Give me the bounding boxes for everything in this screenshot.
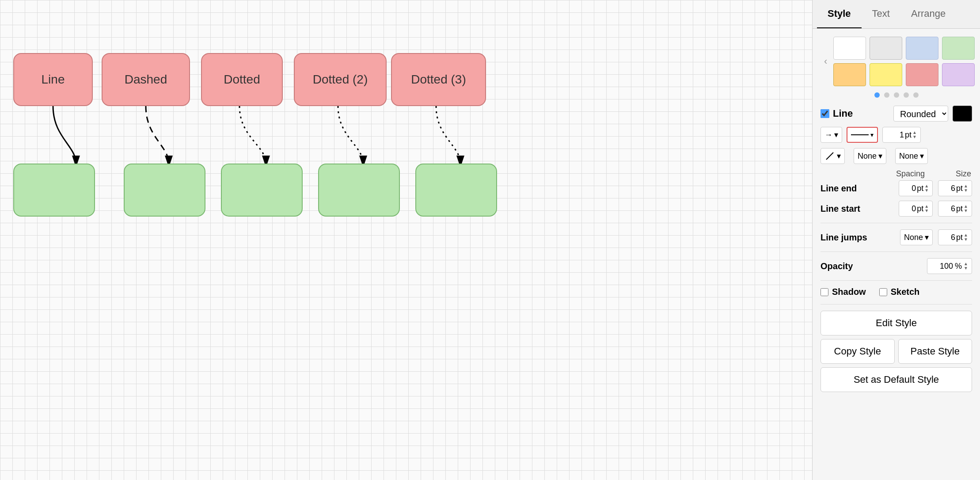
waypoint-none-label-1: None [858, 152, 877, 161]
swatch-grid [833, 37, 975, 86]
waypoint-angle-select[interactable]: ▾ [820, 148, 845, 164]
line-start-spacing-spinner[interactable]: ▲ ▼ [924, 204, 929, 213]
opacity-unit: % [955, 262, 962, 271]
line-dash-select[interactable]: ▾ [847, 127, 878, 143]
line-end-spacing-spinner[interactable]: ▲ ▼ [924, 184, 929, 193]
swatch-dot-4[interactable] [913, 92, 919, 98]
swatch-prev-button[interactable]: ‹ [820, 54, 831, 69]
line-jumps-size-input[interactable]: pt ▲ ▼ [938, 229, 972, 245]
tab-arrange[interactable]: Arrange [900, 0, 956, 28]
waypoint-angle-chevron: ▾ [837, 151, 841, 161]
node-dotted3-top-label: Dotted (3) [411, 72, 466, 87]
opacity-input[interactable]: % ▲ ▼ [927, 258, 972, 274]
line-start-spacing-input[interactable]: pt ▲ ▼ [899, 201, 933, 217]
line-start-size-value[interactable] [942, 204, 955, 213]
waypoint-row: ▾ None ▾ None ▾ [820, 148, 972, 164]
line-start-size-down[interactable]: ▼ [964, 209, 968, 213]
swatch-5[interactable] [870, 63, 902, 86]
line-width-value[interactable] [886, 130, 904, 140]
node-dotted-bot[interactable] [221, 164, 303, 217]
node-dotted2-top[interactable]: Dotted (2) [294, 53, 387, 106]
opacity-row: Opacity % ▲ ▼ [820, 258, 972, 274]
line-checkbox[interactable] [820, 109, 829, 118]
line-checkbox-label[interactable]: Line [820, 108, 853, 119]
line-end-spacing-input[interactable]: pt ▲ ▼ [899, 180, 933, 196]
line-start-size-input[interactable]: pt ▲ ▼ [938, 201, 972, 217]
line-jumps-size-value[interactable] [942, 233, 955, 242]
sub-labels: Spacing Size [820, 169, 972, 179]
node-dotted2-bot[interactable] [318, 164, 400, 217]
line-end-size-value[interactable] [942, 184, 955, 193]
line-width-unit: pt [905, 130, 912, 140]
opacity-down[interactable]: ▼ [964, 266, 968, 270]
set-default-button[interactable]: Set as Default Style [820, 367, 972, 392]
swatch-dot-3[interactable] [904, 92, 909, 98]
swatch-3[interactable] [942, 37, 975, 60]
sketch-checkbox[interactable] [879, 288, 887, 296]
line-start-spacing-value[interactable] [903, 204, 916, 213]
line-width-spinner[interactable]: ▲ ▼ [912, 130, 917, 139]
line-end-size-unit: pt [956, 184, 963, 193]
canvas[interactable]: Line Dashed Dotted Dotted (2) Dotted (3) [0, 0, 812, 480]
swatch-dot-2[interactable] [894, 92, 899, 98]
line-style-select[interactable]: Rounded [893, 106, 948, 122]
swatch-1[interactable] [870, 37, 902, 60]
waypoint-none-select-1[interactable]: None ▾ [854, 148, 886, 164]
node-dotted-top[interactable]: Dotted [201, 53, 283, 106]
node-dotted3-top[interactable]: Dotted (3) [391, 53, 486, 106]
line-label: Line [833, 108, 853, 119]
opacity-label: Opacity [820, 261, 869, 271]
line-end-size-input[interactable]: pt ▲ ▼ [938, 180, 972, 196]
paste-style-button[interactable]: Paste Style [898, 339, 972, 364]
copy-paste-row: Copy Style Paste Style [820, 339, 972, 364]
panel-tabs: Style Text Arrange [813, 0, 980, 29]
line-jumps-size-down[interactable]: ▼ [964, 237, 968, 242]
sketch-label[interactable]: Sketch [879, 287, 920, 297]
waypoint-none-label-2: None [899, 152, 918, 161]
line-end-spacing-value[interactable] [903, 184, 916, 193]
right-panel: Style Text Arrange ‹ › [812, 0, 980, 480]
shadow-label[interactable]: Shadow [820, 287, 866, 297]
line-color-box[interactable] [953, 106, 972, 122]
swatch-7[interactable] [942, 63, 975, 86]
shadow-checkbox[interactable] [820, 288, 828, 296]
opacity-spinner[interactable]: ▲ ▼ [964, 262, 968, 270]
opacity-value[interactable] [931, 262, 953, 271]
line-row: Line Rounded [820, 106, 972, 122]
swatch-0[interactable] [833, 37, 866, 60]
node-dotted3-bot[interactable] [415, 164, 497, 217]
copy-style-button[interactable]: Copy Style [820, 339, 895, 364]
line-end-size-down[interactable]: ▼ [964, 188, 968, 193]
line-jumps-row: Line jumps None ▾ pt ▲ ▼ [820, 229, 972, 245]
swatch-6[interactable] [906, 63, 938, 86]
arrow-direction-icon: → [824, 130, 832, 140]
swatch-4[interactable] [833, 63, 866, 86]
swatch-dot-1[interactable] [884, 92, 889, 98]
line-jumps-size-spinner[interactable]: ▲ ▼ [964, 233, 968, 242]
swatch-dot-0[interactable] [874, 92, 880, 98]
node-dashed-top[interactable]: Dashed [102, 53, 190, 106]
line-start-row: Line start pt ▲ ▼ pt ▲ ▼ [820, 201, 972, 217]
node-dashed-bot[interactable] [124, 164, 205, 217]
svg-line-1 [826, 152, 833, 160]
line-jumps-select[interactable]: None ▾ [900, 229, 933, 245]
line-end-size-spinner[interactable]: ▲ ▼ [964, 184, 968, 193]
tab-text[interactable]: Text [862, 0, 900, 28]
swatch-next-button[interactable]: › [977, 54, 980, 69]
line-start-size-unit: pt [956, 204, 963, 213]
line-width-input[interactable]: pt ▲ ▼ [882, 127, 921, 143]
tab-style[interactable]: Style [817, 0, 862, 28]
node-line-bot[interactable] [13, 164, 95, 217]
line-width-down[interactable]: ▼ [912, 135, 917, 139]
line-end-spacing-down[interactable]: ▼ [924, 188, 929, 193]
arrow-direction-select[interactable]: → ▾ [820, 127, 842, 143]
node-line-top[interactable]: Line [13, 53, 93, 106]
waypoint-none-chevron-1: ▾ [878, 151, 882, 161]
line-end-spacing-unit: pt [917, 184, 923, 193]
line-start-spacing-down[interactable]: ▼ [924, 209, 929, 213]
line-start-size-spinner[interactable]: ▲ ▼ [964, 204, 968, 213]
edit-style-button[interactable]: Edit Style [820, 311, 972, 335]
waypoint-none-select-2[interactable]: None ▾ [895, 148, 928, 164]
shadow-text: Shadow [832, 287, 866, 297]
swatch-2[interactable] [906, 37, 938, 60]
